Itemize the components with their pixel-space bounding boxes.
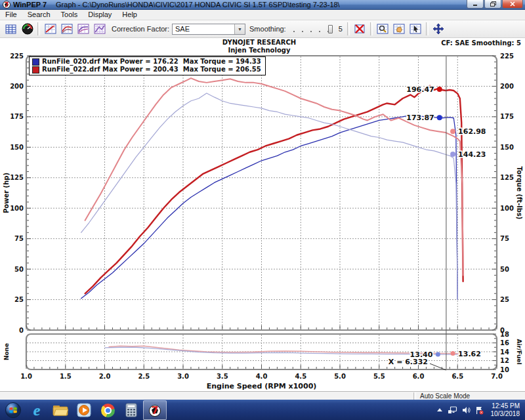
- marker-dot: [437, 115, 442, 120]
- smoothing-slider[interactable]: [291, 24, 334, 34]
- graph-power-button[interactable]: [42, 21, 58, 37]
- marker-label: 173.87: [406, 114, 434, 122]
- clock-time: 12:45 PM: [492, 402, 520, 410]
- taskbar-file-explorer[interactable]: [49, 400, 72, 420]
- legend-entry-run022: RunFile_022.drf Max Power = 200.43 Max T…: [32, 66, 261, 74]
- menu-display[interactable]: Display: [83, 10, 117, 20]
- toolbar-separator: [426, 22, 429, 35]
- menu-bar: File Search Tools Display Help: [0, 10, 525, 20]
- graph-multi-button[interactable]: [91, 21, 108, 37]
- table-icon: [5, 24, 16, 34]
- network-icon[interactable]: [448, 406, 457, 414]
- none-axis-title: None: [3, 343, 10, 360]
- torque-tick-label: 225: [500, 52, 514, 60]
- taskbar-winpep-active[interactable]: 7: [143, 400, 167, 420]
- torque-axis-title: Torque (ft-lbs): [516, 167, 523, 220]
- torque-tick-label: 125: [500, 174, 514, 181]
- restore-icon: [490, 1, 496, 7]
- graph-compare-button[interactable]: [75, 21, 91, 37]
- winpep-taskbar-icon: 7: [148, 403, 162, 417]
- graph-compare-icon: [77, 24, 89, 34]
- correction-factor-label: Correction Factor:: [112, 25, 169, 33]
- taskbar-media-player[interactable]: [72, 400, 96, 420]
- dyno-chart-svg: 196.47173.87162.98144.2313.4013.62X = 6.…: [0, 38, 525, 391]
- rpm-tick-label: 2.5: [138, 373, 150, 380]
- menu-search[interactable]: Search: [22, 10, 56, 20]
- maximize-button[interactable]: [484, 0, 501, 9]
- window-titlebar: 7 WinPEP 7 Graph - C:\DynoRuns\HONDA\CIV…: [0, 0, 525, 10]
- dropdown-arrow-icon[interactable]: ▼: [234, 24, 245, 34]
- rpm-tick-label: 1.0: [20, 373, 32, 380]
- graph-client-area: DYNOJET RESEARCH Injen Technology CF: SA…: [0, 38, 525, 391]
- legend-label-run020: RunFile_020.drf Max Power = 176.22 Max T…: [42, 58, 261, 66]
- svg-text:7: 7: [151, 404, 158, 417]
- pan-graph-button[interactable]: [391, 21, 408, 37]
- menu-file[interactable]: File: [0, 10, 22, 20]
- graph-power-icon: [45, 24, 56, 34]
- chrome-icon: [101, 404, 115, 417]
- legend-swatch-run022: [32, 66, 39, 74]
- graph-overlay-button[interactable]: [58, 21, 75, 37]
- rpm-tick-label: 2.0: [99, 373, 111, 380]
- marker-label: 162.98: [458, 127, 486, 136]
- clock-date: 10/3/2018: [491, 410, 520, 418]
- rpm-tick-label: 5.0: [334, 373, 346, 380]
- action-center-flag-icon[interactable]: [475, 406, 484, 415]
- power-tick-label: 200: [10, 83, 24, 90]
- smoothing-label: Smoothing:: [249, 25, 286, 33]
- power-tick-label: 25: [14, 296, 24, 303]
- move-axes-button[interactable]: [430, 21, 447, 37]
- power-axis-title: Power (hp): [3, 173, 10, 213]
- menu-tools[interactable]: Tools: [56, 10, 83, 20]
- power-tick-label: 150: [10, 144, 24, 151]
- rpm-tick-label: 7.0: [491, 373, 503, 380]
- power-tick-label: 175: [10, 113, 24, 120]
- gauge-icon: [22, 23, 33, 35]
- power-tick-label: 100: [10, 205, 24, 212]
- minimize-icon: [472, 2, 478, 7]
- clear-graph-icon: [354, 24, 366, 34]
- af-tick-label: 18: [500, 331, 509, 338]
- select-graph-button[interactable]: [408, 21, 424, 37]
- toolbar-separator: [347, 22, 350, 35]
- status-bar: Auto Scale Mode: [0, 391, 525, 400]
- tray-expand-icon[interactable]: [436, 408, 443, 413]
- runs-table-button[interactable]: [3, 21, 19, 37]
- power-tick-label: 0: [19, 327, 24, 334]
- torque-tick-label: 100: [500, 205, 514, 212]
- clear-graph-button[interactable]: [352, 21, 368, 37]
- taskbar-calculator[interactable]: [119, 400, 143, 420]
- torque-tick-label: 50: [500, 266, 509, 273]
- rpm-tick-label: 6.0: [413, 373, 425, 380]
- minimize-button[interactable]: [467, 0, 484, 9]
- power-tick-label: 75: [14, 235, 24, 242]
- af-tick-label: 14: [500, 348, 509, 356]
- taskbar-clock[interactable]: 12:45 PM 10/3/2018: [488, 402, 520, 418]
- legend-entry-run020: RunFile_020.drf Max Power = 176.22 Max T…: [32, 58, 261, 66]
- slider-thumb[interactable]: [328, 25, 333, 33]
- af-tick-label: 10: [500, 366, 509, 373]
- start-button[interactable]: [1, 400, 25, 420]
- torque-tick-label: 200: [500, 83, 514, 90]
- legend-label-run022: RunFile_022.drf Max Power = 200.43 Max T…: [42, 66, 261, 74]
- rpm-axis-title: Engine Speed (RPM x1000): [207, 382, 317, 390]
- close-button[interactable]: [502, 0, 523, 9]
- volume-icon[interactable]: [462, 406, 471, 414]
- marker-dot: [450, 129, 455, 134]
- windows-start-icon: [5, 402, 22, 419]
- close-icon: [510, 1, 515, 7]
- rpm-tick-label: 3.5: [217, 373, 228, 380]
- gauges-button[interactable]: [19, 21, 35, 37]
- menu-help[interactable]: Help: [117, 10, 142, 20]
- legend-box: RunFile_020.drf Max Power = 176.22 Max T…: [29, 56, 266, 75]
- taskbar-chrome[interactable]: [96, 400, 119, 420]
- correction-factor-select[interactable]: SAE ▼: [172, 24, 245, 35]
- zoom-graph-button[interactable]: [375, 21, 391, 37]
- taskbar: e 7 12:45 PM: [0, 400, 525, 420]
- marker-label: 144.23: [458, 150, 486, 159]
- toolbar: Correction Factor: SAE ▼ Smoothing: 5: [0, 20, 525, 38]
- torque-tick-label: 150: [500, 144, 514, 151]
- marker-label: 196.47: [406, 85, 434, 94]
- taskbar-internet-explorer[interactable]: e: [25, 400, 49, 420]
- window-title: Graph - C:\DynoRuns\HONDA\CIVIC\2017 HON…: [56, 1, 340, 9]
